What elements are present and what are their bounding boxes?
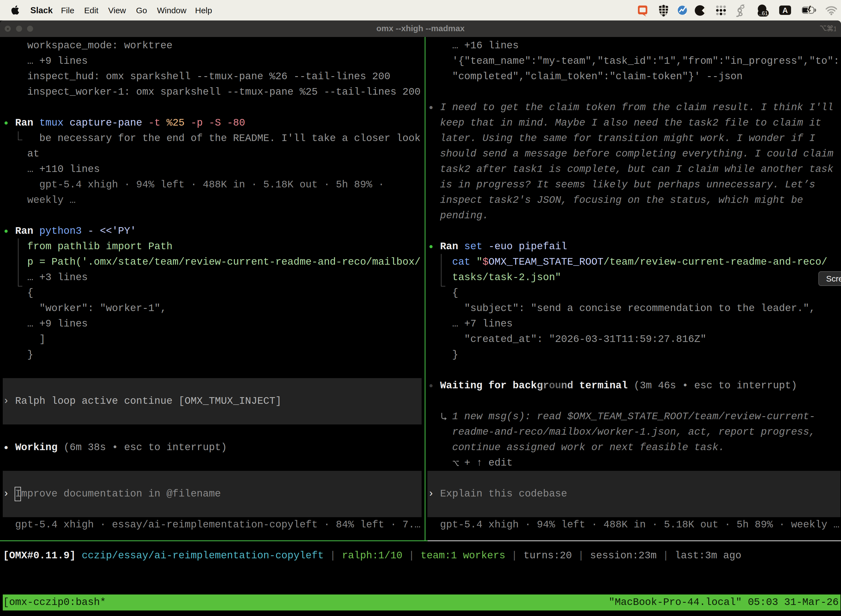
svg-text:1: 1 [833,25,836,32]
svg-text:..61: ..61 [759,10,768,16]
svg-text:A: A [782,6,788,15]
